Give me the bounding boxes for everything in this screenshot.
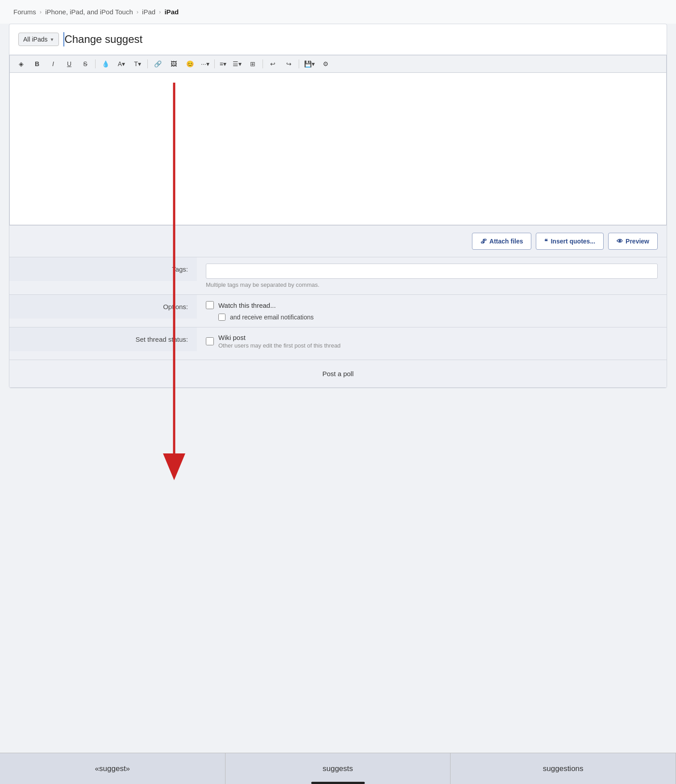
thread-title-input[interactable] xyxy=(63,32,658,46)
strikethrough-button[interactable]: S xyxy=(78,57,93,71)
autocomplete-label-2: suggestions xyxy=(543,764,584,773)
tags-label: Tags: xyxy=(9,257,197,281)
thread-status-control: Wiki post Other users may edit the first… xyxy=(197,327,667,360)
eye-icon: 👁 xyxy=(617,238,623,245)
home-indicator xyxy=(311,782,365,784)
autocomplete-item-1[interactable]: suggests xyxy=(225,753,451,784)
breadcrumb: Forums › iPhone, iPad, and iPod Touch › … xyxy=(0,0,676,24)
title-row: All iPads ▼ xyxy=(9,24,667,55)
breadcrumb-iphone[interactable]: iPhone, iPad, and iPod Touch xyxy=(45,8,133,16)
toolbar-sep-2 xyxy=(147,59,148,68)
preview-button[interactable]: 👁 Preview xyxy=(608,233,658,250)
tags-input[interactable] xyxy=(206,264,658,279)
toolbar-sep-5 xyxy=(299,59,299,68)
link-button[interactable]: 🔗 xyxy=(150,57,165,71)
breadcrumb-sep-2: › xyxy=(137,8,138,15)
editor-toolbar: ◈ B I U S 💧 A▾ T▾ 🔗 🖼 😊 ···▾ ≡▾ ☰▾ ⊞ ↩ ↪… xyxy=(10,55,666,73)
text-size-button[interactable]: T▾ xyxy=(130,57,145,71)
thread-status-row: Set thread status: Wiki post Other users… xyxy=(9,327,667,360)
autocomplete-label-1: suggests xyxy=(322,764,353,773)
quote-icon: ❝ xyxy=(544,238,548,245)
watch-thread-row: Watch this thread... xyxy=(206,301,658,309)
tags-hint: Multiple tags may be separated by commas… xyxy=(206,281,658,288)
tags-control: Multiple tags may be separated by commas… xyxy=(197,257,667,294)
editor-wrap: ◈ B I U S 💧 A▾ T▾ 🔗 🖼 😊 ···▾ ≡▾ ☰▾ ⊞ ↩ ↪… xyxy=(9,55,667,225)
below-editor: 🖇 Attach files ❝ Insert quotes... 👁 Prev… xyxy=(9,225,667,388)
wiki-desc: Other users may edit the first post of t… xyxy=(218,342,341,349)
settings-button[interactable]: ⚙ xyxy=(318,57,334,71)
toolbar-sep-3 xyxy=(214,59,215,68)
chevron-down-icon: ▼ xyxy=(50,37,54,42)
wiki-post-row: Wiki post Other users may edit the first… xyxy=(206,334,658,349)
watch-thread-checkbox[interactable] xyxy=(206,301,214,309)
toolbar-sep-4 xyxy=(263,59,263,68)
underline-button[interactable]: U xyxy=(62,57,77,71)
undo-button[interactable]: ↩ xyxy=(265,57,280,71)
autocomplete-label-0: «suggest» xyxy=(95,764,130,773)
font-size-button[interactable]: A▾ xyxy=(114,57,129,71)
action-buttons-row: 🖇 Attach files ❝ Insert quotes... 👁 Prev… xyxy=(9,226,667,257)
preview-label: Preview xyxy=(626,238,649,245)
color-button[interactable]: 💧 xyxy=(98,57,113,71)
more-button[interactable]: ···▾ xyxy=(198,57,212,71)
image-button[interactable]: 🖼 xyxy=(166,57,181,71)
editor-content[interactable] xyxy=(10,73,666,225)
tags-row: Tags: Multiple tags may be separated by … xyxy=(9,257,667,295)
attach-files-button[interactable]: 🖇 Attach files xyxy=(472,233,531,250)
toolbar-sep-1 xyxy=(95,59,96,68)
form-section: Tags: Multiple tags may be separated by … xyxy=(9,257,667,360)
redo-button[interactable]: ↪ xyxy=(281,57,296,71)
prefix-label: All iPads xyxy=(23,36,47,43)
insert-quotes-label: Insert quotes... xyxy=(551,238,595,245)
italic-button[interactable]: I xyxy=(46,57,61,71)
breadcrumb-ipad[interactable]: iPad xyxy=(142,8,155,16)
breadcrumb-sep-3: › xyxy=(159,8,161,15)
wiki-label: Wiki post xyxy=(218,334,341,341)
email-notifications-checkbox[interactable] xyxy=(218,314,225,321)
breadcrumb-sep-1: › xyxy=(40,8,42,15)
options-label: Options: xyxy=(9,295,197,319)
options-row: Options: Watch this thread... and receiv… xyxy=(9,295,667,327)
email-label: and receive email notifications xyxy=(230,314,314,321)
post-poll-label: Post a poll xyxy=(322,370,354,377)
breadcrumb-current: iPad xyxy=(164,8,179,16)
prefix-dropdown[interactable]: All iPads ▼ xyxy=(18,33,59,46)
options-control: Watch this thread... and receive email n… xyxy=(197,295,667,327)
align-button[interactable]: ≡▾ xyxy=(217,57,229,71)
autocomplete-item-2[interactable]: suggestions xyxy=(451,753,676,784)
eraser-button[interactable]: ◈ xyxy=(13,57,29,71)
emoji-button[interactable]: 😊 xyxy=(182,57,197,71)
paperclip-icon: 🖇 xyxy=(480,238,487,245)
autocomplete-bar: «suggest» suggests suggestions xyxy=(0,753,676,784)
post-poll-row: Post a poll xyxy=(9,360,667,388)
breadcrumb-forums[interactable]: Forums xyxy=(13,8,36,16)
watch-thread-label: Watch this thread... xyxy=(218,302,276,309)
wiki-post-info: Wiki post Other users may edit the first… xyxy=(218,334,341,349)
bold-button[interactable]: B xyxy=(29,57,45,71)
attach-files-label: Attach files xyxy=(489,238,523,245)
autocomplete-item-0[interactable]: «suggest» xyxy=(0,753,225,784)
wiki-post-checkbox[interactable] xyxy=(206,337,214,345)
list-button[interactable]: ☰▾ xyxy=(230,57,244,71)
insert-quotes-button[interactable]: ❝ Insert quotes... xyxy=(536,233,604,250)
thread-status-label: Set thread status: xyxy=(9,327,197,351)
save-draft-button[interactable]: 💾▾ xyxy=(301,57,317,71)
email-notifications-row: and receive email notifications xyxy=(218,314,658,321)
main-container: All iPads ▼ ◈ B I U S 💧 A▾ T▾ 🔗 🖼 😊 ···▾… xyxy=(9,24,667,388)
table-button[interactable]: ⊞ xyxy=(245,57,260,71)
